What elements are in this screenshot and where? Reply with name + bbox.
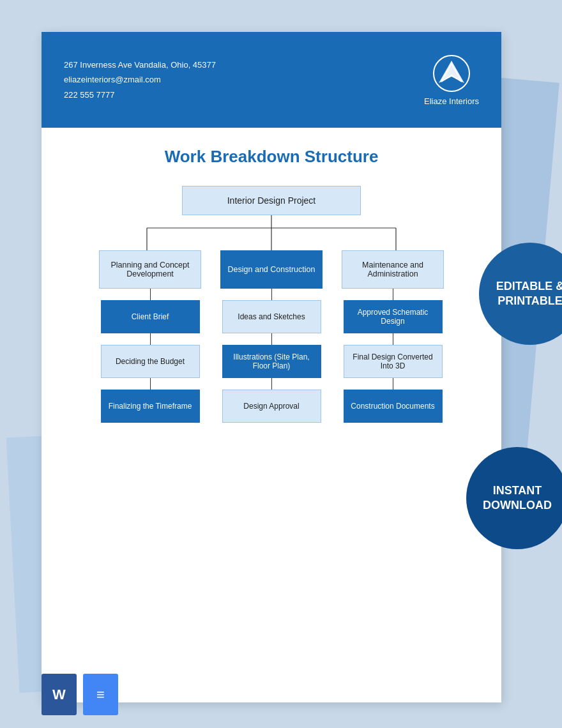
docs-icon: ≡ bbox=[83, 674, 118, 715]
email: eliazeinteriors@zmail.com bbox=[64, 72, 216, 87]
bottom-icons: W ≡ bbox=[42, 674, 118, 715]
vline-maint-1 bbox=[393, 289, 393, 300]
header: 267 Inverness Ave Vandalia, Ohio, 45377 … bbox=[42, 32, 501, 128]
node-planning: Planning and Concept Development bbox=[99, 250, 201, 289]
contact-info: 267 Inverness Ave Vandalia, Ohio, 45377 … bbox=[64, 57, 216, 102]
node-design: Design and Construction bbox=[220, 250, 323, 289]
vline-maint-3 bbox=[393, 378, 393, 390]
col-maintenance: Maintenance and Administration Approved … bbox=[338, 250, 447, 423]
col-design: Design and Construction Ideas and Sketch… bbox=[217, 250, 326, 423]
download-circle: INSTANT DOWNLOAD bbox=[466, 447, 562, 549]
logo-area: Eliaze Interiors bbox=[424, 54, 479, 106]
phone: 222 555 7777 bbox=[64, 87, 216, 102]
node-client-brief: Client Brief bbox=[101, 300, 200, 333]
doc-body: Work Breakdown Structure Interior Design… bbox=[42, 128, 501, 448]
root-connectors bbox=[73, 215, 469, 250]
vline-maint-2 bbox=[393, 333, 393, 345]
word-icon: W bbox=[42, 674, 77, 715]
node-ideas: Ideas and Sketches bbox=[222, 300, 321, 333]
vline-design-2 bbox=[271, 333, 272, 345]
address: 267 Inverness Ave Vandalia, Ohio, 45377 bbox=[64, 57, 216, 72]
node-approval: Design Approval bbox=[222, 390, 321, 423]
node-construction-docs: Construction Documents bbox=[344, 390, 443, 423]
node-timeframe: Finalizing the Timeframe bbox=[101, 390, 200, 423]
vline-planning-2 bbox=[150, 333, 151, 345]
vline-design-1 bbox=[271, 289, 272, 300]
logo-icon bbox=[432, 54, 471, 93]
document: 267 Inverness Ave Vandalia, Ohio, 45377 … bbox=[42, 32, 501, 702]
page-title: Work Breakdown Structure bbox=[67, 147, 476, 167]
root-node: Interior Design Project bbox=[182, 186, 361, 215]
logo-name: Eliaze Interiors bbox=[424, 96, 479, 106]
node-illustrations: Illustrations (Site Plan, Floor Plan) bbox=[222, 345, 321, 378]
node-budget: Deciding the Budget bbox=[101, 345, 200, 378]
col-planning: Planning and Concept Development Client … bbox=[96, 250, 204, 423]
vline-planning-1 bbox=[150, 289, 151, 300]
node-schematic: Approved Schematic Design bbox=[344, 300, 443, 333]
node-final-design: Final Design Converted Into 3D bbox=[344, 345, 443, 378]
node-maintenance: Maintenance and Administration bbox=[342, 250, 444, 289]
vline-planning-3 bbox=[150, 378, 151, 390]
vline-design-3 bbox=[271, 378, 272, 390]
level2-row: Planning and Concept Development Client … bbox=[67, 250, 476, 423]
wbs-chart: Interior Design Project bbox=[67, 186, 476, 423]
